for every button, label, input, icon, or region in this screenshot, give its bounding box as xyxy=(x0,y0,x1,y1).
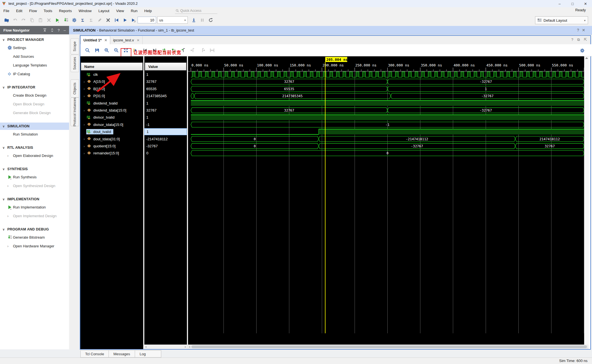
expand-icon[interactable]: › xyxy=(82,87,86,90)
menu-help[interactable]: Help xyxy=(141,9,155,13)
sidebar-item-open-elaborated-design[interactable]: ›Open Elaborated Design xyxy=(0,151,69,160)
help-icon[interactable]: ? xyxy=(577,28,582,32)
maximize-panel-icon[interactable]: ⇱ xyxy=(584,37,587,42)
time-unit-select[interactable]: us ▾ xyxy=(157,16,188,24)
float-window-icon[interactable]: ⧉ xyxy=(577,37,580,42)
sidebar-item-run-implementation[interactable]: Run Implementation xyxy=(0,203,69,212)
close-button[interactable]: ✕ xyxy=(579,0,592,7)
help-icon[interactable]: ? xyxy=(571,37,573,42)
relaunch-icon[interactable] xyxy=(206,16,215,24)
console-tab-tcl-console[interactable]: Tcl Console xyxy=(80,350,109,358)
copy-icon[interactable] xyxy=(28,16,36,24)
flow-section-header-ip-integrator[interactable]: ∨IP INTEGRATOR xyxy=(0,84,69,91)
flow-section-header-implementation[interactable]: ∨IMPLEMENTATION xyxy=(0,196,69,203)
signal-row-value[interactable]: -1 xyxy=(144,121,187,128)
menu-tools[interactable]: Tools xyxy=(40,9,56,13)
settings-gear-icon[interactable] xyxy=(70,16,78,24)
side-tab-scope[interactable]: Scope xyxy=(70,38,79,54)
wave-tab-untitled-1-[interactable]: Untitled 1*✕ xyxy=(80,36,110,44)
scroll-right-arrow[interactable]: › xyxy=(185,345,186,349)
signal-row-value[interactable]: 32767 xyxy=(144,107,187,114)
run-icon[interactable] xyxy=(53,16,61,24)
breakpoint-icon[interactable] xyxy=(104,16,112,24)
maximize-button[interactable]: □ xyxy=(566,0,579,7)
wave-goto-prev-icon[interactable] xyxy=(188,46,198,54)
flow-section-header-program-and-debug[interactable]: ∨PROGRAM AND DEBUG xyxy=(0,226,69,233)
console-tab-messages[interactable]: Messages xyxy=(109,350,135,358)
signal-row-name[interactable]: dout_tvalid xyxy=(80,128,143,135)
wave-tab-ipcore-test-v[interactable]: ipcore_test.v✕ xyxy=(110,36,143,44)
signal-row-value[interactable]: 1 xyxy=(144,100,187,107)
console-tab-log[interactable]: Log xyxy=(135,350,161,358)
expand-icon[interactable]: › xyxy=(82,145,86,148)
sidebar-item-open-hardware-manager[interactable]: ›Open Hardware Manager xyxy=(0,242,69,250)
flow-section-header-project-manager[interactable]: ∨PROJECT MANAGER xyxy=(0,36,69,43)
wave-save-icon[interactable] xyxy=(92,46,102,54)
sidebar-item-open-implemented-design[interactable]: ›Open Implemented Design xyxy=(0,212,69,220)
sidebar-item-settings[interactable]: Settings xyxy=(0,43,69,52)
restart-simulation-icon[interactable] xyxy=(112,16,121,24)
layout-select[interactable]: Default Layout ▾ xyxy=(535,16,588,24)
signal-row-value[interactable]: 32767 xyxy=(144,78,187,85)
sidebar-item-generate-bitstream[interactable]: 0110Generate Bitstream xyxy=(0,233,69,242)
wave-zoom-in-icon[interactable] xyxy=(102,46,111,54)
sidebar-item-open-synthesized-design[interactable]: ›Open Synthesized Design xyxy=(0,181,69,190)
sigma-disabled-icon[interactable]: Σ xyxy=(87,16,95,24)
menu-view[interactable]: View xyxy=(113,9,127,13)
redo-icon[interactable] xyxy=(19,16,28,24)
menu-flow[interactable]: Flow xyxy=(26,9,40,13)
vertical-scrollbar[interactable] xyxy=(584,56,589,345)
menu-edit[interactable]: Edit xyxy=(13,9,26,13)
side-tab-sources[interactable]: Sources xyxy=(70,55,79,72)
minimize-panel-icon[interactable]: – xyxy=(64,28,66,32)
menu-reports[interactable]: Reports xyxy=(56,9,75,13)
delete-icon[interactable] xyxy=(45,16,53,24)
sidebar-item-language-templates[interactable]: Language Templates xyxy=(0,61,69,70)
menu-window[interactable]: Window xyxy=(75,9,95,13)
help-icon[interactable]: ? xyxy=(58,28,60,32)
signal-row-name[interactable]: ›dout_tdata[31:0] xyxy=(80,136,143,143)
scroll-left-arrow[interactable]: ‹ xyxy=(145,345,147,349)
waveform-area[interactable]: 0.000 ns50.000 ns100.000 ns150.000 ns200… xyxy=(188,56,584,345)
value-column-header[interactable]: Value xyxy=(145,63,186,70)
expand-icon[interactable]: › xyxy=(82,123,86,126)
sidebar-item-generate-block-design[interactable]: Generate Block Design xyxy=(0,108,69,117)
collapse-all-icon[interactable] xyxy=(43,28,47,32)
highlight-pen-icon[interactable] xyxy=(95,16,104,24)
expand-icon[interactable]: › xyxy=(82,94,86,98)
minimize-button[interactable]: – xyxy=(553,0,566,7)
quick-access-search[interactable]: Quick Access xyxy=(175,8,217,14)
wave-goto-next-icon[interactable] xyxy=(198,46,207,54)
pause-icon[interactable] xyxy=(198,16,206,24)
expand-icon[interactable]: › xyxy=(82,137,86,141)
signal-row-name[interactable]: ›dividend_tdata[15:0] xyxy=(80,107,143,114)
signal-row-value[interactable]: 0 xyxy=(144,150,187,157)
signal-row-value[interactable]: 65535 xyxy=(144,85,187,92)
signal-row-name[interactable]: ›remainder[15:0] xyxy=(80,150,143,157)
signal-row-name[interactable]: ›divisor_tdata[15:0] xyxy=(80,121,143,128)
name-column-header[interactable]: Name xyxy=(81,63,143,70)
expand-icon[interactable]: › xyxy=(82,109,86,112)
run-time-input[interactable] xyxy=(138,17,156,23)
signal-row-name[interactable]: dividend_tvalid xyxy=(80,100,143,107)
expand-icon[interactable]: › xyxy=(82,152,86,155)
signal-row-name[interactable]: ›A[15:0] xyxy=(80,78,143,85)
run-all-icon[interactable] xyxy=(121,16,129,24)
expand-icon[interactable]: › xyxy=(82,80,86,83)
undo-icon[interactable] xyxy=(11,16,19,24)
menu-run[interactable]: Run xyxy=(127,9,141,13)
scroll-left-arrow[interactable]: ‹ xyxy=(189,345,190,349)
sidebar-item-run-simulation[interactable]: Run Simulation xyxy=(0,130,69,139)
sidebar-item-open-block-design[interactable]: Open Block Design xyxy=(0,100,69,108)
value-horizontal-scrollbar[interactable]: ‹ › xyxy=(144,345,187,349)
menu-file[interactable]: File xyxy=(0,9,13,13)
wave-zoom-out-icon[interactable] xyxy=(111,46,121,54)
signal-row-value[interactable]: -2147418112 xyxy=(144,136,187,143)
step-icon[interactable] xyxy=(189,16,198,24)
wave-search-icon[interactable] xyxy=(83,46,92,54)
run-for-time-icon[interactable]: (T) xyxy=(129,16,138,24)
signal-row-value[interactable]: 1 xyxy=(144,128,187,135)
signal-row-name[interactable]: divisor_tvalid xyxy=(80,114,143,121)
signal-row-name[interactable]: ›P[31:0] xyxy=(80,92,143,99)
side-tab-protocol-instances[interactable]: Protocol Instances xyxy=(70,97,79,126)
